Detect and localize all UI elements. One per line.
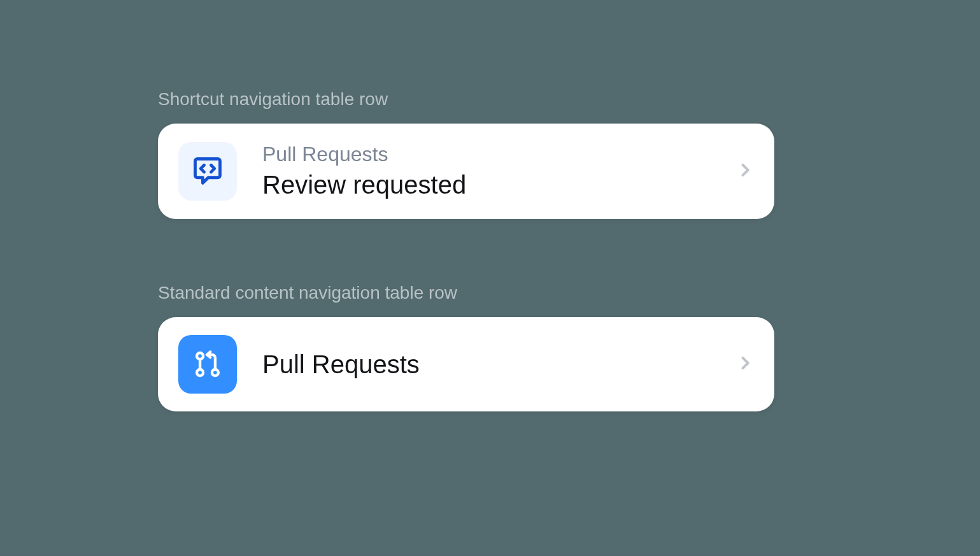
shortcut-row-title: Review requested xyxy=(262,168,736,201)
standard-row-title: Pull Requests xyxy=(262,348,736,381)
standard-section: Standard content navigation table row Pu… xyxy=(158,283,980,411)
standard-navigation-row[interactable]: Pull Requests xyxy=(158,317,774,411)
shortcut-section: Shortcut navigation table row Pull Reque… xyxy=(158,89,980,219)
shortcut-row-overline: Pull Requests xyxy=(262,141,736,168)
shortcut-row-text: Pull Requests Review requested xyxy=(262,141,736,201)
shortcut-section-label: Shortcut navigation table row xyxy=(158,89,980,110)
standard-row-text: Pull Requests xyxy=(262,348,736,381)
chevron-right-icon xyxy=(736,354,754,374)
pull-request-icon xyxy=(178,335,237,394)
standard-section-label: Standard content navigation table row xyxy=(158,283,980,303)
chevron-right-icon xyxy=(736,161,754,182)
code-review-icon xyxy=(178,142,237,201)
shortcut-navigation-row[interactable]: Pull Requests Review requested xyxy=(158,124,774,219)
